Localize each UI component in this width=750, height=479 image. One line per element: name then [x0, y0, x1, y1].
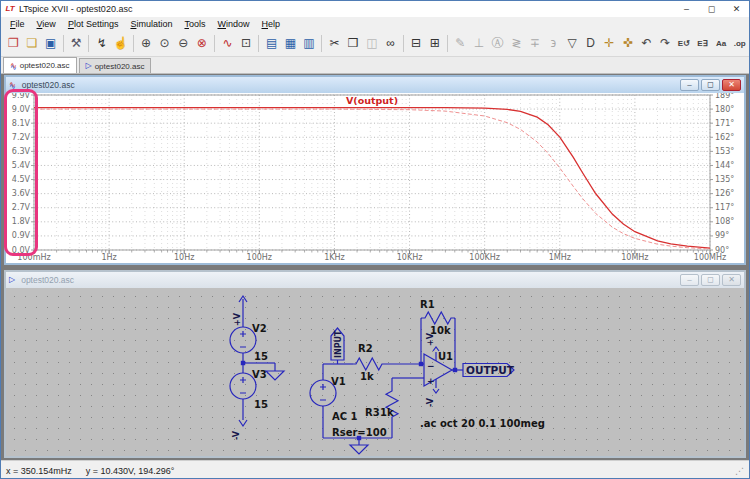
zoom-full-extents-icon[interactable]: ⊙ — [155, 33, 174, 54]
y-axis-tick-right: 144° — [715, 161, 734, 170]
schematic-drawing: V2 15 V3 15 V1 AC 1 Rser=100 R1 10k R2 1… — [6, 288, 744, 456]
r2-resistor-symbol[interactable] — [353, 358, 385, 370]
schematic-labels: V2 15 V3 15 V1 AC 1 Rser=100 R1 10k R2 1… — [232, 299, 545, 440]
close-button[interactable]: ✕ — [724, 1, 749, 17]
open-icon[interactable]: ❏ — [23, 33, 42, 54]
v1-name-label: V1 — [331, 376, 346, 387]
r3-name-label: R3 — [365, 407, 380, 418]
x-axis-tick: 10MHz — [621, 253, 648, 262]
drag-icon[interactable]: ✜ — [619, 33, 638, 54]
y-axis-tick-left: 1.8V — [12, 217, 31, 226]
menu-view[interactable]: View — [31, 18, 62, 30]
plot-restore-button[interactable]: ◻ — [701, 79, 720, 91]
zoom-out-icon[interactable]: ⊖ — [174, 33, 193, 54]
bode-plot[interactable]: 9.9V189°9.0V180°8.1V171°7.2V162°6.3V153°… — [6, 93, 744, 263]
minimize-button[interactable]: – — [674, 1, 699, 17]
y-axis-tick-left: 9.9V — [12, 93, 31, 100]
ltspice-window: LT LTspice XVII - optest020.asc – ◻ ✕ Fi… — [0, 0, 750, 479]
zoom-in-icon[interactable]: ⊕ — [137, 33, 156, 54]
cursor-y-readout: y = 10.430V, 194.296° — [86, 466, 175, 476]
move-icon[interactable]: ✛ — [600, 33, 619, 54]
vminus-flag-chevron — [239, 420, 247, 426]
menu-tools[interactable]: Tools — [178, 18, 211, 30]
opamp-vminus-label: -V — [426, 397, 435, 407]
trace-phase[interactable] — [34, 109, 710, 249]
resize-grip-icon[interactable]: ⋰ — [735, 466, 744, 476]
opamp-minus-label: − — [427, 361, 435, 371]
vplus-flag-label: +V — [233, 312, 242, 326]
plot-window-titlebar[interactable]: ∿ optest020.asc – ◻ ✕ — [6, 77, 744, 93]
mirror-icon[interactable]: E∃ — [693, 33, 712, 54]
run-icon[interactable]: ↯ — [92, 33, 111, 54]
schematic-close-button[interactable]: ✕ — [722, 274, 741, 286]
menu-window[interactable]: Window — [211, 18, 255, 30]
window-title: LTspice XVII - optest020.asc — [19, 4, 132, 14]
ground-symbol-supply — [266, 371, 284, 380]
schematic-minimize-button[interactable]: – — [680, 274, 699, 286]
resistor-icon[interactable]: ≷ — [507, 33, 526, 54]
menu-bar: FileViewPlot SettingsSimulationToolsWind… — [1, 17, 749, 31]
plot-close-button[interactable]: ✕ — [722, 79, 741, 91]
menu-simulation[interactable]: Simulation — [124, 18, 178, 30]
y-axis-tick-left: 7.2V — [12, 133, 31, 142]
y-axis-tick-right: 189° — [715, 93, 734, 100]
schematic-window-titlebar[interactable]: ▷ optest020.asc – ◻ ✕ — [6, 272, 744, 288]
net-label-icon[interactable]: Ⓐ — [488, 33, 507, 54]
tile-horizontal-icon[interactable]: ▤ — [262, 33, 281, 54]
toolbar: ❐❏▣⚒↯☝⊕⊙⊖⊗∿⊡▤▦▥✂❒◫∞⊟⊞✎⊥Ⓐ≷∓϶▽D✛✜↶↷E↺E∃Aa.… — [1, 31, 749, 57]
schematic-window-title: optest020.asc — [21, 275, 74, 285]
plot-frame — [34, 95, 710, 250]
x-axis-tick: 1Hz — [101, 253, 116, 262]
capacitor-icon[interactable]: ∓ — [526, 33, 545, 54]
paste-icon[interactable]: ◫ — [363, 33, 382, 54]
y-axis-tick-right: 108° — [715, 217, 734, 226]
maximize-button[interactable]: ◻ — [699, 1, 724, 17]
plot-minimize-button[interactable]: – — [680, 79, 699, 91]
rotate-icon[interactable]: E↺ — [675, 33, 694, 54]
redo-icon[interactable]: ↷ — [656, 33, 675, 54]
tile-vertical-icon[interactable]: ▥ — [300, 33, 319, 54]
trace-magnitude[interactable] — [34, 108, 710, 248]
find-icon[interactable]: ∞ — [381, 33, 400, 54]
new-schematic-icon[interactable]: ❐ — [4, 33, 23, 54]
title-bar: LT LTspice XVII - optest020.asc – ◻ ✕ — [1, 1, 749, 17]
wire-icon[interactable]: ✎ — [451, 33, 470, 54]
component-icon[interactable]: D — [581, 33, 600, 54]
plot-settings-icon[interactable]: ⊡ — [237, 33, 256, 54]
inductor-icon[interactable]: ϶ — [544, 33, 563, 54]
menu-file[interactable]: File — [4, 18, 31, 30]
toolbar-separator — [258, 35, 259, 52]
y-axis-tick-right: 117° — [715, 203, 734, 212]
zoom-back-icon[interactable]: ⊗ — [193, 33, 212, 54]
schematic-window-controls: – ◻ ✕ — [680, 274, 741, 286]
schematic-canvas[interactable]: V2 15 V3 15 V1 AC 1 Rser=100 R1 10k R2 1… — [6, 288, 744, 456]
save-icon[interactable]: ▣ — [41, 33, 60, 54]
r1-resistor-symbol[interactable] — [421, 312, 455, 324]
x-axis-tick: 100MHz — [694, 253, 726, 262]
cascade-windows-icon[interactable]: ▦ — [281, 33, 300, 54]
spice-directive-icon[interactable]: .op — [730, 33, 749, 54]
copy-icon[interactable]: ❒ — [344, 33, 363, 54]
print-icon[interactable]: ⊟ — [407, 33, 426, 54]
x-axis-tick: 10Hz — [174, 253, 194, 262]
text-icon[interactable]: Aa — [712, 33, 731, 54]
diode-icon[interactable]: ▽ — [563, 33, 582, 54]
tab-2-schematic[interactable]: ▷optest020.asc — [79, 58, 152, 73]
ground-icon[interactable]: ⊥ — [470, 33, 489, 54]
status-bar: x = 350.154mHz y = 10.430V, 194.296° ⋰ — [1, 460, 749, 479]
tab-label: optest020.asc — [95, 62, 145, 71]
undo-icon[interactable]: ↶ — [637, 33, 656, 54]
input-flag-label: INPUT — [334, 330, 343, 358]
waveform-plot-area[interactable]: 9.9V189°9.0V180°8.1V171°7.2V162°6.3V153°… — [6, 93, 744, 263]
print-preview-icon[interactable]: ⊞ — [425, 33, 444, 54]
menu-help[interactable]: Help — [256, 18, 287, 30]
autorange-y-axis-icon[interactable]: ∿ — [218, 33, 237, 54]
waveform-plot-icon: ∿ — [9, 81, 16, 89]
tab-1-plot[interactable]: ∿optest020.asc — [3, 57, 77, 73]
control-panel-icon[interactable]: ⚒ — [67, 33, 86, 54]
schematic-restore-button[interactable]: ◻ — [701, 274, 720, 286]
toolbar-separator — [447, 35, 448, 52]
halt-icon[interactable]: ☝ — [111, 33, 130, 54]
cut-icon[interactable]: ✂ — [325, 33, 344, 54]
menu-plot-settings[interactable]: Plot Settings — [62, 18, 125, 30]
